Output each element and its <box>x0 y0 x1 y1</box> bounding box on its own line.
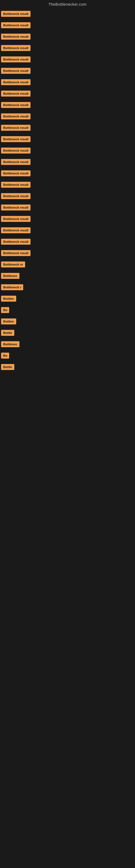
bottleneck-badge-4[interactable]: Bottleneck result <box>1 45 31 51</box>
bottleneck-badge-2[interactable]: Bottleneck result <box>1 22 31 28</box>
bottleneck-badge-22[interactable]: Bottleneck result <box>1 250 31 256</box>
result-row-11: Bottleneck result <box>0 123 135 134</box>
result-row-8: Bottleneck result <box>0 88 135 100</box>
result-row-4: Bottleneck result <box>0 43 135 54</box>
result-row-18: Bottleneck result <box>0 203 135 214</box>
bottleneck-badge-8[interactable]: Bottleneck result <box>1 91 31 97</box>
result-row-29: Bottle <box>0 328 135 339</box>
bottleneck-badge-11[interactable]: Bottleneck result <box>1 125 31 131</box>
site-title: TheBottlenecker.com <box>0 0 135 9</box>
result-row-5: Bottleneck result <box>0 54 135 66</box>
result-row-24: Bottlenec <box>0 271 135 282</box>
result-row-3: Bottleneck result <box>0 31 135 43</box>
result-row-31: Bo <box>0 350 135 362</box>
result-row-26: Bottlen <box>0 293 135 305</box>
bottleneck-badge-24[interactable]: Bottlenec <box>1 273 19 279</box>
result-row-12: Bottleneck result <box>0 134 135 145</box>
result-row-16: Bottleneck result <box>0 180 135 191</box>
result-row-20: Bottleneck result <box>0 225 135 237</box>
results-container: Bottleneck resultBottleneck resultBottle… <box>0 9 135 373</box>
result-row-23: Bottleneck re <box>0 259 135 271</box>
bottleneck-badge-26[interactable]: Bottlen <box>1 296 16 302</box>
bottleneck-badge-25[interactable]: Bottleneck r <box>1 284 23 290</box>
bottleneck-badge-28[interactable]: Bottlen <box>1 318 16 324</box>
result-row-27: Bo <box>0 305 135 316</box>
result-row-25: Bottleneck r <box>0 282 135 293</box>
result-row-1: Bottleneck result <box>0 9 135 20</box>
result-row-13: Bottleneck result <box>0 145 135 157</box>
bottleneck-badge-12[interactable]: Bottleneck result <box>1 136 31 142</box>
bottleneck-badge-23[interactable]: Bottleneck re <box>1 261 25 268</box>
page-container: TheBottlenecker.com Bottleneck resultBot… <box>0 0 135 868</box>
bottleneck-badge-17[interactable]: Bottleneck result <box>1 193 31 199</box>
result-row-6: Bottleneck result <box>0 66 135 77</box>
bottleneck-badge-30[interactable]: Bottlenec <box>1 341 19 347</box>
bottleneck-badge-14[interactable]: Bottleneck result <box>1 159 31 165</box>
bottleneck-badge-18[interactable]: Bottleneck result <box>1 205 31 211</box>
bottleneck-badge-1[interactable]: Bottleneck result <box>1 11 31 17</box>
bottleneck-badge-10[interactable]: Bottleneck result <box>1 113 31 119</box>
bottleneck-badge-32[interactable]: Bottle <box>1 364 14 370</box>
result-row-17: Bottleneck result <box>0 191 135 203</box>
result-row-7: Bottleneck result <box>0 77 135 88</box>
bottleneck-badge-20[interactable]: Bottleneck result <box>1 227 31 233</box>
result-row-9: Bottleneck result <box>0 100 135 111</box>
bottleneck-badge-31[interactable]: Bo <box>1 352 9 359</box>
result-row-15: Bottleneck result <box>0 168 135 180</box>
bottleneck-badge-15[interactable]: Bottleneck result <box>1 170 31 176</box>
result-row-14: Bottleneck result <box>0 157 135 168</box>
bottleneck-badge-5[interactable]: Bottleneck result <box>1 56 31 62</box>
bottleneck-badge-27[interactable]: Bo <box>1 307 9 313</box>
bottleneck-badge-3[interactable]: Bottleneck result <box>1 34 31 40</box>
result-row-28: Bottlen <box>0 316 135 328</box>
bottleneck-badge-9[interactable]: Bottleneck result <box>1 102 31 108</box>
result-row-19: Bottleneck result <box>0 214 135 225</box>
result-row-30: Bottlenec <box>0 339 135 350</box>
bottleneck-badge-13[interactable]: Bottleneck result <box>1 148 31 154</box>
bottleneck-badge-6[interactable]: Bottleneck result <box>1 68 31 74</box>
bottleneck-badge-7[interactable]: Bottleneck result <box>1 79 31 85</box>
bottleneck-badge-21[interactable]: Bottleneck result <box>1 239 31 245</box>
result-row-32: Bottle <box>0 362 135 373</box>
result-row-2: Bottleneck result <box>0 20 135 31</box>
result-row-10: Bottleneck result <box>0 111 135 123</box>
bottleneck-badge-16[interactable]: Bottleneck result <box>1 182 31 188</box>
bottleneck-badge-19[interactable]: Bottleneck result <box>1 216 31 222</box>
result-row-21: Bottleneck result <box>0 237 135 248</box>
bottleneck-badge-29[interactable]: Bottle <box>1 330 14 336</box>
result-row-22: Bottleneck result <box>0 248 135 259</box>
